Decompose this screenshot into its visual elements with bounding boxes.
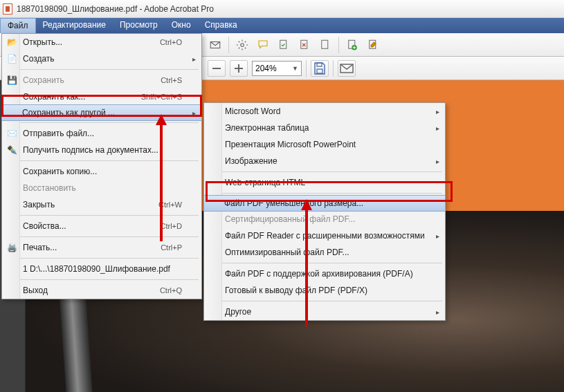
speech-bubble-icon[interactable] <box>255 37 271 53</box>
menuitem-recent-1[interactable]: 1 D:\...\18870198090_Шлифование.pdf <box>2 261 201 277</box>
menuitem-get-signature[interactable]: ✒️ Получить подпись на документах... <box>2 142 201 158</box>
file-dropdown: 📂 Открыть... Ctrl+O 📄 Создать 💾 Сохранит… <box>1 33 202 299</box>
submenu-other[interactable]: Другое <box>204 304 445 320</box>
page-check-icon[interactable] <box>276 37 291 53</box>
submenu-html[interactable]: Web-страница HTML <box>204 174 445 191</box>
menuitem-create[interactable]: 📄 Создать <box>2 50 201 67</box>
submenu-reader-extended[interactable]: Файл PDF Reader с расширенными возможнос… <box>204 227 445 244</box>
submenu-word[interactable]: Microsoft Word <box>204 103 445 120</box>
envelope-icon-2[interactable] <box>338 60 356 77</box>
menubar: Файл Редактирование Просмотр Окно Справк… <box>0 18 564 33</box>
svg-rect-8 <box>212 68 221 69</box>
menuitem-exit[interactable]: Выход Ctrl+Q <box>2 282 201 299</box>
svg-rect-10 <box>238 64 239 73</box>
svg-rect-4 <box>322 40 328 48</box>
submenu-certified-pdf: Сертифицированный файл PDF... <box>204 211 445 227</box>
window-title: 18870198090_Шлифование.pdf - Adobe Acrob… <box>17 4 214 14</box>
chevron-down-icon: ▼ <box>292 65 298 72</box>
submenu-reduced-size-pdf[interactable]: Файл PDF уменьшенного размера... <box>203 195 446 212</box>
zoom-combo[interactable]: 204% ▼ <box>252 61 302 76</box>
menu-help[interactable]: Справка <box>198 18 244 33</box>
gear-icon[interactable] <box>235 37 250 53</box>
svg-rect-11 <box>317 63 322 66</box>
submenu-press-pdf[interactable]: Готовый к выводу файл PDF (PDF/X) <box>204 282 445 299</box>
titlebar: 18870198090_Шлифование.pdf - Adobe Acrob… <box>0 0 564 18</box>
page-edit-icon[interactable] <box>365 37 381 53</box>
menuitem-save: 💾 Сохранить Ctrl+S <box>2 72 201 88</box>
envelope-icon[interactable] <box>208 37 223 53</box>
folder-open-icon: 📂 <box>6 37 17 48</box>
page-plain-icon[interactable] <box>318 37 333 53</box>
menu-edit[interactable]: Редактирование <box>36 18 113 33</box>
submenu-archive-pdf[interactable]: Файл PDF с поддержкой архивирования (PDF… <box>204 265 445 282</box>
page-plus-icon[interactable] <box>345 37 360 53</box>
envelope-icon: ✉️ <box>6 128 17 139</box>
menuitem-properties[interactable]: Свойства... Ctrl+D <box>2 218 201 234</box>
signature-icon: ✒️ <box>6 144 17 156</box>
menuitem-close[interactable]: Закрыть Ctrl+W <box>2 196 201 213</box>
menuitem-save-as-other[interactable]: Сохранить как другой ... <box>1 104 202 121</box>
menu-view[interactable]: Просмотр <box>113 18 165 33</box>
menu-file[interactable]: Файл <box>0 18 36 33</box>
page-new-icon: 📄 <box>6 53 17 64</box>
submenu-powerpoint[interactable]: Презентация Microsoft PowerPoint <box>204 136 445 153</box>
zoom-out-button[interactable] <box>208 60 226 77</box>
svg-rect-2 <box>280 40 286 48</box>
zoom-value: 204% <box>255 64 277 73</box>
save-icon[interactable] <box>311 60 329 77</box>
submenu-optimized-pdf[interactable]: Оптимизированный файл PDF... <box>204 244 445 261</box>
svg-rect-12 <box>317 69 322 73</box>
printer-icon: 🖨️ <box>6 242 17 253</box>
svg-point-1 <box>241 43 244 46</box>
submenu-spreadsheet[interactable]: Электронная таблица <box>204 120 445 136</box>
save-icon: 💾 <box>6 75 17 86</box>
menuitem-send-file[interactable]: ✉️ Отправить файл... <box>2 125 201 142</box>
menuitem-open[interactable]: 📂 Открыть... Ctrl+O <box>2 34 201 50</box>
menuitem-save-as[interactable]: Сохранить как... Shift+Ctrl+S <box>2 88 201 105</box>
page-x-icon[interactable] <box>297 37 312 53</box>
pdf-icon <box>3 3 12 15</box>
zoom-in-button[interactable] <box>230 60 248 77</box>
submenu-image[interactable]: Изображение <box>204 153 445 169</box>
save-as-other-submenu: Microsoft Word Электронная таблица Презе… <box>203 102 446 321</box>
menu-window[interactable]: Окно <box>165 18 198 33</box>
menuitem-print[interactable]: 🖨️ Печать... Ctrl+P <box>2 239 201 256</box>
menuitem-restore: Восстановить <box>2 180 201 196</box>
menuitem-save-copy[interactable]: Сохранить копию... <box>2 163 201 180</box>
